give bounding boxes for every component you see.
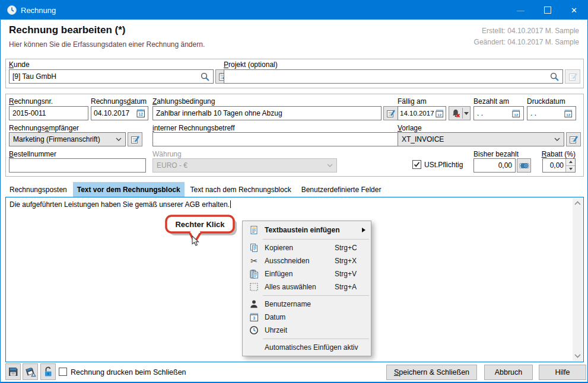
tab-text-nach-rechnungsblock[interactable]: Text nach dem Rechnungsblock bbox=[186, 182, 295, 197]
bestellnummer-label: Bestellnummer bbox=[9, 150, 56, 158]
stepper-down-icon[interactable] bbox=[566, 165, 575, 173]
bezahlt-input[interactable]: . . 12 bbox=[473, 106, 524, 120]
rechnungsdatum-label: Rechnungsdatum bbox=[91, 97, 147, 106]
kunde-label: Kunde bbox=[9, 60, 30, 69]
submenu-arrow-icon bbox=[362, 228, 365, 232]
tab-rechnungsposten[interactable]: Rechnungsposten bbox=[5, 182, 71, 197]
invoice-dialog: Rechnung — ✕ Rechnung bearbeiten (*) Hie… bbox=[0, 0, 588, 383]
empfaenger-label: Rechnungsempfänger bbox=[9, 124, 79, 132]
save-close-button[interactable]: Speichern & Schließen bbox=[386, 365, 477, 380]
bisher-payments-button[interactable] bbox=[517, 158, 531, 173]
vorlage-edit-button[interactable] bbox=[566, 132, 581, 146]
rechter-klick-callout: Rechter Klick bbox=[163, 213, 246, 251]
waehrung-select: EURO - € bbox=[152, 158, 337, 173]
save-button[interactable] bbox=[5, 363, 21, 380]
print-on-close-label: Rechnung drucken beim Schließen bbox=[71, 368, 186, 376]
stepper-buttons[interactable] bbox=[565, 159, 575, 172]
rechnungsnr-label: Rechnungsnr. bbox=[9, 97, 53, 106]
vorlage-label: Vorlage bbox=[398, 124, 422, 132]
menu-separator bbox=[263, 339, 369, 339]
save-warning-icon bbox=[25, 366, 36, 377]
modified-info: Geändert: 04.10.2017 M. Sample bbox=[474, 38, 579, 46]
calendar-icon[interactable]: 12 bbox=[435, 109, 444, 118]
text-block-icon bbox=[247, 225, 260, 235]
bestellnummer-input[interactable] bbox=[9, 158, 146, 173]
rabatt-stepper[interactable]: 0,00 bbox=[542, 158, 576, 173]
menu-item-alles-auswaehlen[interactable]: Alles auswählen Strg+A bbox=[243, 280, 371, 293]
chevron-down-icon bbox=[554, 138, 560, 142]
menu-separator bbox=[263, 295, 369, 296]
projekt-input[interactable] bbox=[224, 69, 563, 84]
chevron-down-icon bbox=[327, 164, 333, 168]
stepper-up-icon[interactable] bbox=[566, 159, 575, 165]
maximize-button[interactable] bbox=[534, 1, 561, 20]
print-on-close-checkbox[interactable] bbox=[59, 368, 67, 376]
page-subtitle: Hier können Sie die Erfassungsdaten eine… bbox=[9, 40, 205, 49]
menu-item-uhrzeit[interactable]: Uhrzeit bbox=[243, 324, 371, 337]
faellig-input[interactable]: 14.10.2017 12 bbox=[398, 106, 446, 120]
empfaenger-select[interactable]: Marketing (Firmenanschrift) bbox=[9, 132, 126, 146]
faellig-label: Fällig am bbox=[398, 97, 427, 106]
calendar-icon[interactable]: 12 bbox=[564, 109, 573, 118]
menu-item-textbaustein-einfuegen[interactable]: Textbaustein einfügen bbox=[243, 223, 371, 237]
tab-text-vor-rechnungsblock[interactable]: Text vor dem Rechnungsblock bbox=[73, 182, 185, 197]
rechnungsnr-input[interactable]: 2015-0011 bbox=[9, 106, 88, 120]
edit-icon bbox=[130, 135, 140, 145]
paste-icon bbox=[247, 269, 260, 279]
betreff-input[interactable] bbox=[152, 132, 398, 146]
menu-item-einfuegen[interactable]: Einfügen Strg+V bbox=[243, 267, 371, 280]
menu-item-kopieren[interactable]: Kopieren Strg+C bbox=[243, 241, 371, 254]
svg-text:12: 12 bbox=[139, 112, 144, 116]
context-menu: Textbaustein einfügen Kopieren Strg+C ✂ … bbox=[242, 221, 371, 356]
druckdatum-input[interactable]: . . 12 bbox=[527, 106, 576, 120]
edit-icon bbox=[568, 135, 579, 145]
tab-strip: Rechnungsposten Text vor dem Rechnungsbl… bbox=[5, 182, 385, 197]
help-button[interactable]: Hilfe bbox=[539, 365, 586, 380]
cancel-button[interactable]: Abbruch bbox=[484, 365, 533, 380]
bezahlt-label: Bezahlt am bbox=[473, 97, 509, 106]
calendar-icon[interactable]: 12 bbox=[511, 109, 520, 118]
bisher-input[interactable]: 0,00 bbox=[473, 158, 516, 173]
calendar-icon[interactable]: 12 bbox=[136, 108, 145, 118]
projekt-label: Projekt (optional) bbox=[224, 60, 278, 69]
callout-label: Rechter Klick bbox=[175, 220, 225, 229]
search-icon[interactable] bbox=[200, 72, 210, 82]
chevron-down-icon bbox=[464, 112, 469, 115]
minimize-button[interactable]: — bbox=[507, 1, 534, 20]
editor-scrollbar[interactable] bbox=[573, 198, 583, 361]
copy-icon bbox=[247, 243, 260, 253]
zahlungsbedingung-input[interactable]: Zahlbar innerhalb 10 Tagen ohne Abzug bbox=[152, 106, 382, 120]
bisher-label: Bisher bezahlt bbox=[473, 150, 519, 158]
tab-benutzerdefinierte-felder[interactable]: Benutzerdefinierte Felder bbox=[297, 182, 386, 197]
close-button[interactable]: ✕ bbox=[561, 1, 587, 20]
vorlage-select[interactable]: XT_INVOICE bbox=[398, 132, 564, 146]
menu-item-ausschneiden[interactable]: ✂ Ausschneiden Strg+X bbox=[243, 254, 371, 267]
titlebar[interactable]: Rechnung — ✕ bbox=[1, 1, 587, 20]
save-template-button[interactable] bbox=[23, 363, 38, 380]
search-icon[interactable] bbox=[549, 72, 560, 82]
ust-label: USt.Pflichtig bbox=[424, 161, 463, 169]
created-info: Erstellt: 04.10.2017 M. Sample bbox=[482, 27, 579, 35]
rechnungsdatum-input[interactable]: 04.10.2017 12 bbox=[91, 106, 148, 120]
ust-checkbox[interactable] bbox=[412, 160, 421, 169]
druckdatum-label: Druckdatum bbox=[527, 97, 565, 106]
scissors-icon: ✂ bbox=[247, 257, 260, 265]
menu-item-benutzername[interactable]: Benutzername bbox=[243, 298, 371, 311]
menu-item-datum[interactable]: 3 Datum bbox=[243, 311, 371, 324]
scroll-up-icon[interactable] bbox=[574, 201, 581, 206]
projekt-edit-button bbox=[565, 69, 580, 84]
svg-text:12: 12 bbox=[437, 112, 441, 116]
empfaenger-edit-button[interactable] bbox=[128, 132, 142, 146]
kunde-input[interactable]: [9] Tau GmbH bbox=[9, 69, 214, 84]
menu-item-automatisches-einfuegen[interactable]: Automatisches Einfügen aktiv bbox=[243, 341, 371, 354]
zahlungsbedingung-edit-button[interactable] bbox=[383, 106, 398, 120]
edit-icon bbox=[386, 108, 396, 119]
menu-separator bbox=[263, 239, 369, 240]
unlock-button[interactable] bbox=[40, 363, 56, 380]
coins-icon bbox=[519, 161, 529, 170]
chevron-down-icon bbox=[116, 138, 122, 142]
window-title: Rechnung bbox=[21, 6, 56, 15]
scroll-down-icon[interactable] bbox=[574, 353, 581, 358]
save-icon bbox=[8, 366, 18, 377]
reminder-dropdown-button[interactable] bbox=[449, 106, 471, 120]
